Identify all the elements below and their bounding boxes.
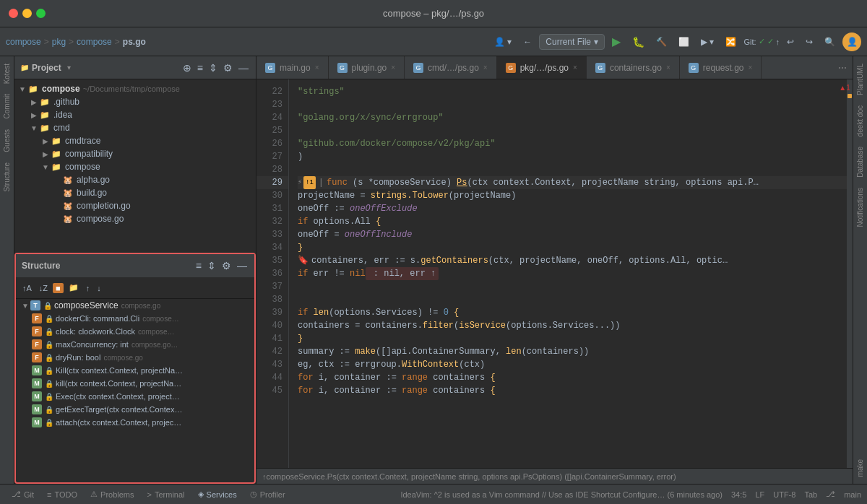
avatar[interactable]: 👤 — [842, 32, 861, 51]
git-label: Git: — [743, 38, 756, 46]
settings-icon[interactable]: ⚙ — [222, 61, 234, 75]
tab-request[interactable]: G request.go × — [680, 56, 762, 79]
breadcrumb-compose[interactable]: compose — [6, 37, 41, 47]
code-line-29: ⚡ !1 | func (s *composeService) Ps(ctx c… — [298, 176, 847, 189]
folder-btn[interactable]: 📁 — [66, 282, 81, 294]
tab-pkg-ps[interactable]: G pkg/…/ps.go × — [497, 56, 587, 79]
tab-containers[interactable]: G containers.go × — [587, 56, 680, 79]
struct-item-5[interactable]: M 🔒 Kill(ctx context.Context, projectNa… — [16, 364, 254, 377]
sort-alpha-desc[interactable]: ↓Z — [37, 282, 50, 294]
struct-item-2[interactable]: F 🔒 clock: clockwork.Clock compose… — [16, 325, 254, 338]
tree-compose-folder[interactable]: ▼ 📁 compose — [14, 160, 256, 173]
tree-cmdtrace[interactable]: ▶ 📁 cmdtrace — [14, 134, 256, 147]
bottom-tab-todo[interactable]: ≡ TODO — [41, 489, 83, 500]
tab-cmd-ps[interactable]: G cmd/…/ps.go × — [405, 56, 497, 79]
run-button[interactable]: ▶ — [608, 33, 625, 50]
line-36: 36 — [256, 267, 288, 280]
maximize-button[interactable] — [36, 9, 46, 18]
structure-header: Structure ≡ ⇕ ⚙ — — [16, 254, 254, 277]
struct-item-6[interactable]: M 🔒 kill(ctx context.Context, projectNa… — [16, 377, 254, 390]
struct-item-0[interactable]: ▼ T 🔒 composeService compose.go — [16, 299, 254, 312]
struct-item-3[interactable]: F 🔒 maxConcurrency: int compose.go… — [16, 338, 254, 351]
tree-completion[interactable]: ▶ 🐹 completion.go — [14, 199, 256, 212]
sort-alpha-asc[interactable]: ↑A — [20, 282, 34, 294]
tree-idea[interactable]: ▶ 📁 .idea — [14, 108, 256, 121]
sidebar-item-guests[interactable]: Guests — [1, 125, 12, 157]
expand-icon[interactable]: ⇕ — [207, 61, 219, 75]
tree-compose-go[interactable]: ▶ 🐹 compose.go — [14, 212, 256, 225]
hide-icon[interactable]: — — [237, 61, 250, 75]
sidebar-item-deekt[interactable]: deekt doc — [855, 101, 866, 141]
coverage-button[interactable]: ⬜ — [674, 35, 694, 48]
tree-build[interactable]: ▶ 🐹 build.go — [14, 186, 256, 199]
struct-item-1[interactable]: F 🔒 dockerCli: command.Cli compose… — [16, 312, 254, 325]
breadcrumb-file[interactable]: ps.go — [123, 37, 146, 47]
structure-sort2[interactable]: ⇕ — [206, 258, 217, 273]
expand-all[interactable]: ↑ — [84, 282, 92, 294]
add-icon[interactable]: ⊕ — [181, 61, 193, 75]
tab-close-request[interactable]: × — [748, 64, 752, 71]
collapse-all[interactable]: ↓ — [95, 282, 103, 294]
structure-hide[interactable]: — — [236, 258, 249, 273]
minimize-button[interactable] — [22, 9, 32, 18]
tree-root[interactable]: ▼ 📁 compose ~/Documents/tmp/compose — [14, 82, 256, 95]
file-icon-alpha: 🐹 — [62, 174, 74, 186]
tab-close-containers[interactable]: × — [666, 64, 670, 71]
bottom-tab-profiler[interactable]: ◷ Profiler — [244, 488, 291, 500]
tab-close-cmd-ps[interactable]: × — [483, 64, 488, 71]
git-push[interactable]: ↑ — [776, 38, 780, 46]
line-30: 30 — [256, 189, 288, 202]
sidebar-item-database[interactable]: Database — [855, 142, 866, 182]
structure-settings[interactable]: ⚙ — [220, 258, 233, 273]
nav-back-button[interactable]: ← — [519, 35, 536, 48]
code-content[interactable]: "strings" "golang.org/x/sync/errgroup" "… — [289, 79, 847, 468]
breadcrumb-compose2[interactable]: compose — [77, 37, 112, 47]
close-button[interactable] — [9, 9, 18, 18]
sidebar-item-plantuml[interactable]: PlantUML — [855, 59, 866, 100]
line-37: 37 — [256, 280, 288, 293]
sidebar-item-kotest[interactable]: Kotest — [1, 59, 12, 88]
tab-close-pkg-ps[interactable]: × — [573, 64, 577, 71]
tab-close-plugin[interactable]: × — [391, 64, 395, 71]
git-status: Git: ✓ ✓ ↑ — [743, 37, 780, 46]
collapse-all-icon[interactable]: ≡ — [196, 61, 204, 75]
sidebar-item-commit[interactable]: Commit — [1, 90, 12, 123]
tab-close-main[interactable]: × — [315, 64, 319, 71]
undo-button[interactable]: ↩ — [782, 35, 798, 48]
struct-badge-m3: M — [32, 391, 42, 401]
search-button[interactable]: 🔍 — [820, 35, 840, 48]
vcs-button[interactable]: 👤 ▾ — [490, 35, 516, 48]
current-file-dropdown[interactable]: Current File ▾ — [539, 34, 605, 50]
bottom-tab-terminal[interactable]: > Terminal — [142, 489, 191, 500]
filter-btn[interactable]: ■ — [53, 283, 64, 293]
tabs-more-button[interactable]: ⋯ — [832, 56, 853, 79]
tab-plugin[interactable]: G plugin.go × — [329, 56, 405, 79]
tree-github[interactable]: ▶ 📁 .github — [14, 95, 256, 108]
bottom-tab-git[interactable]: ⎇ Git — [6, 488, 40, 500]
build-button[interactable]: 🔨 — [652, 35, 671, 48]
tree-compat[interactable]: ▶ 📁 compatibility — [14, 147, 256, 160]
tree-alpha[interactable]: ▶ 🐹 alpha.go — [14, 173, 256, 186]
sidebar-item-make[interactable]: make — [855, 455, 866, 481]
sidebar-item-structure[interactable]: Structure — [1, 158, 12, 196]
structure-content: ▼ T 🔒 composeService compose.go F 🔒 dock… — [16, 299, 254, 482]
struct-item-9[interactable]: M 🔒 attach(ctx context.Context, projec… — [16, 416, 254, 429]
vcs-ops-button[interactable]: 🔀 — [721, 35, 741, 48]
tab-main[interactable]: G main.go × — [256, 56, 329, 79]
struct-name-8: getExecTarget(ctx context.Contex… — [56, 405, 182, 414]
debug-button[interactable]: 🐛 — [628, 35, 649, 49]
breadcrumb-pkg[interactable]: pkg — [52, 37, 66, 47]
structure-sort1[interactable]: ≡ — [194, 258, 203, 273]
struct-item-7[interactable]: M 🔒 Exec(ctx context.Context, project… — [16, 390, 254, 403]
struct-item-4[interactable]: F 🔒 dryRun: bool compose.go — [16, 351, 254, 364]
bottom-tab-services[interactable]: ◈ Services — [192, 488, 243, 500]
struct-item-8[interactable]: M 🔒 getExecTarget(ctx context.Contex… — [16, 403, 254, 416]
sidebar-item-notifications[interactable]: Notifications — [855, 183, 866, 231]
redo-button[interactable]: ↪ — [801, 35, 817, 48]
window-controls[interactable] — [9, 9, 46, 18]
folder-icon-github: 📁 — [39, 96, 51, 108]
line-38: 38 — [256, 293, 288, 306]
tree-cmd[interactable]: ▼ 📁 cmd — [14, 121, 256, 134]
more-run-button[interactable]: ▶ ▾ — [696, 35, 718, 48]
bottom-tab-problems[interactable]: ⚠ Problems — [85, 488, 139, 500]
